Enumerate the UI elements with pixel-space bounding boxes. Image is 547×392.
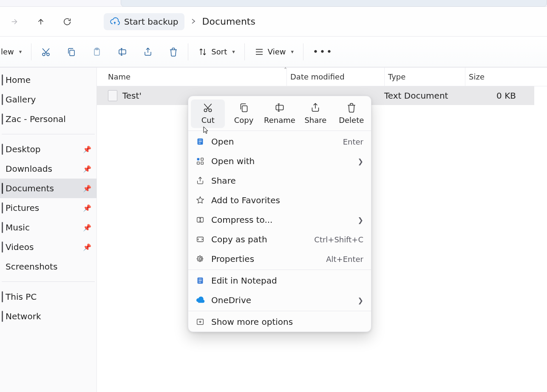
- breadcrumb: Start backup Documents: [98, 12, 261, 31]
- chevron-right-icon: ❯: [358, 216, 363, 224]
- navitem-desktop[interactable]: Desktop📌: [0, 139, 96, 159]
- view-button[interactable]: View ▾: [249, 43, 299, 60]
- address-bar-region: [0, 0, 547, 7]
- breadcrumb-backup-label: Start backup: [124, 17, 179, 27]
- more-button[interactable]: •••: [308, 43, 338, 60]
- pin-icon: 📌: [83, 165, 91, 173]
- breadcrumb-current[interactable]: Documents: [202, 16, 255, 27]
- ctx-open-with[interactable]: Open with ❯: [188, 151, 371, 171]
- chevron-right-icon: [189, 17, 198, 26]
- separator: [2, 281, 95, 282]
- chevron-down-icon: ▾: [19, 48, 22, 55]
- star-icon: [195, 195, 205, 205]
- ctx-copy-as-path[interactable]: Copy as path Ctrl+Shift+C: [188, 230, 371, 249]
- navitem-videos[interactable]: Videos📌: [0, 237, 96, 257]
- file-name: Test': [122, 91, 142, 101]
- forward-button[interactable]: [5, 12, 24, 31]
- separator: [188, 311, 371, 311]
- navitem-screenshots[interactable]: Screenshots: [0, 257, 96, 276]
- ctx-add-favorites[interactable]: Add to Favorites: [188, 190, 371, 210]
- ctx-edit-notepad[interactable]: Edit in Notepad: [188, 271, 371, 290]
- ctx-compress[interactable]: Compress to... ❯: [188, 210, 371, 230]
- address-bar[interactable]: [121, 0, 547, 7]
- separator: [303, 43, 303, 60]
- separator: [244, 43, 245, 60]
- accelerator: Alt+Enter: [326, 255, 363, 264]
- navitem-personal[interactable]: Zac - Personal: [0, 109, 96, 129]
- accelerator: Enter: [343, 137, 363, 146]
- separator: [188, 131, 371, 131]
- svg-point-7: [209, 109, 212, 112]
- separator: [188, 43, 188, 60]
- col-type[interactable]: Type: [384, 68, 465, 86]
- navitem-documents[interactable]: Documents📌: [0, 179, 96, 198]
- sort-label: Sort: [211, 47, 227, 56]
- ctx-share[interactable]: Share: [188, 171, 371, 190]
- file-size: 0 KB: [465, 91, 520, 101]
- separator: [2, 134, 95, 134]
- navitem-downloads[interactable]: Downloads📌: [0, 159, 96, 179]
- up-button[interactable]: [31, 12, 50, 31]
- navitem-gallery[interactable]: Gallery: [0, 90, 96, 109]
- ctx-open[interactable]: Open Enter: [188, 132, 371, 151]
- chevron-down-icon: ▾: [232, 48, 235, 55]
- share-button[interactable]: [138, 43, 158, 60]
- context-quick-actions: Cut Copy Rename Share Delete: [188, 96, 371, 130]
- ctx-cut-button[interactable]: Cut: [191, 99, 225, 128]
- svg-rect-2: [70, 50, 74, 56]
- svg-rect-5: [119, 50, 126, 54]
- chevron-right-icon: ❯: [358, 157, 363, 165]
- notepad-icon: [195, 276, 205, 286]
- navitem-home[interactable]: Home: [0, 70, 96, 90]
- sort-button[interactable]: Sort ▾: [193, 43, 240, 60]
- mouse-cursor: [203, 126, 209, 135]
- col-size[interactable]: Size: [465, 68, 520, 86]
- new-label: lew: [1, 47, 14, 56]
- command-toolbar: lew ▾ Sort ▾ View ▾ •••: [0, 37, 547, 67]
- navitem-network[interactable]: Network: [0, 307, 96, 326]
- navitem-music[interactable]: Music📌: [0, 218, 96, 237]
- copy-button[interactable]: [61, 43, 82, 60]
- ctx-copy-button[interactable]: Copy: [227, 99, 261, 128]
- pin-icon: 📌: [83, 185, 91, 193]
- file-type: Text Document: [384, 91, 465, 101]
- delete-button[interactable]: [163, 43, 184, 60]
- navitem-thispc[interactable]: This PC: [0, 287, 96, 307]
- new-button[interactable]: lew ▾: [0, 43, 27, 60]
- accelerator: Ctrl+Shift+C: [314, 235, 363, 244]
- pin-icon: 📌: [83, 224, 91, 232]
- share-icon: [195, 176, 205, 186]
- col-datemodified[interactable]: Date modified: [286, 68, 384, 86]
- ctx-properties[interactable]: Properties Alt+Enter: [188, 249, 371, 269]
- navigation-row: Start backup Documents: [0, 7, 547, 37]
- svg-rect-14: [201, 162, 204, 165]
- svg-point-0: [43, 53, 45, 56]
- cut-button[interactable]: [36, 43, 56, 60]
- ctx-share-button[interactable]: Share: [298, 99, 332, 128]
- pin-icon: 📌: [83, 145, 91, 153]
- sort-ascending-icon: ˄: [284, 67, 287, 74]
- properties-icon: [195, 254, 205, 264]
- breadcrumb-backup-chip[interactable]: Start backup: [104, 13, 184, 30]
- svg-point-1: [47, 53, 49, 56]
- svg-rect-13: [197, 162, 200, 165]
- navitem-pictures[interactable]: Pictures📌: [0, 198, 96, 218]
- col-name[interactable]: Name: [108, 68, 286, 86]
- copy-path-icon: [195, 234, 205, 244]
- more-options-icon: [195, 317, 205, 327]
- refresh-button[interactable]: [58, 12, 77, 31]
- svg-rect-11: [197, 158, 200, 161]
- paste-button[interactable]: [87, 43, 107, 60]
- pin-icon: 📌: [83, 204, 91, 212]
- ctx-rename-button[interactable]: Rename: [263, 99, 297, 128]
- ctx-show-more[interactable]: Show more options: [188, 312, 371, 332]
- svg-point-6: [204, 109, 207, 112]
- open-icon: [195, 136, 205, 147]
- ctx-delete-button[interactable]: Delete: [334, 99, 368, 128]
- svg-rect-8: [242, 106, 247, 112]
- ctx-onedrive[interactable]: OneDrive ❯: [188, 290, 371, 310]
- compress-icon: [195, 215, 205, 225]
- svg-rect-12: [201, 158, 204, 161]
- separator: [31, 43, 31, 60]
- rename-button[interactable]: [112, 43, 133, 60]
